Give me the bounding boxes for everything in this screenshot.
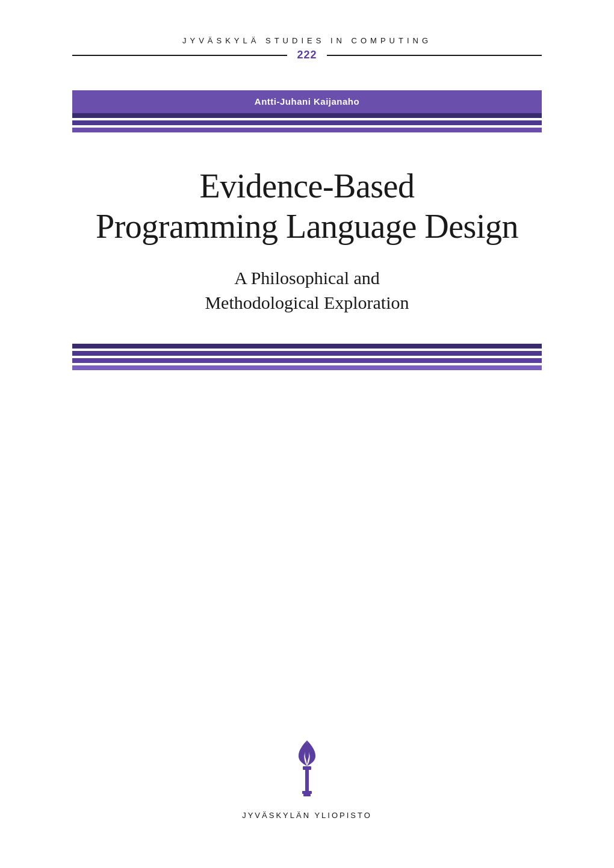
title-section: Evidence-Based Programming Language Desi… [72, 166, 542, 315]
torch-icon [283, 737, 331, 804]
bottom-stripe-2 [72, 351, 542, 356]
divider-line-right [327, 55, 542, 56]
subtitle: A Philosophical and Methodological Explo… [72, 266, 542, 315]
divider-line-left [72, 55, 287, 56]
stripe-2 [72, 120, 542, 125]
stripe-1 [72, 113, 542, 118]
subtitle-line2: Methodological Exploration [205, 293, 409, 312]
bottom-stripes [72, 344, 542, 370]
logo-section: JYVÄSKYLÄN YLIOPISTO [0, 737, 614, 820]
page: JYVÄSKYLÄ STUDIES IN COMPUTING 222 Antti… [0, 0, 614, 868]
header-section: JYVÄSKYLÄ STUDIES IN COMPUTING 222 [72, 36, 542, 61]
bottom-stripe-3 [72, 358, 542, 363]
series-number: 222 [287, 49, 326, 61]
svg-rect-1 [305, 770, 309, 791]
university-name: JYVÄSKYLÄN YLIOPISTO [242, 811, 372, 820]
svg-rect-2 [302, 791, 312, 794]
bottom-stripe-1 [72, 344, 542, 349]
subtitle-line1: A Philosophical and [234, 268, 380, 288]
main-title: Evidence-Based Programming Language Desi… [72, 166, 542, 247]
series-title: JYVÄSKYLÄ STUDIES IN COMPUTING [72, 36, 542, 45]
bottom-stripe-4 [72, 365, 542, 370]
author-bar: Antti-Juhani Kaijanaho [72, 90, 542, 113]
author-stripes [72, 113, 542, 132]
svg-rect-0 [303, 766, 311, 770]
stripe-3 [72, 128, 542, 132]
author-section: Antti-Juhani Kaijanaho [72, 90, 542, 132]
logo-container: JYVÄSKYLÄN YLIOPISTO [242, 737, 372, 820]
main-title-line2: Programming Language Design [96, 208, 518, 245]
author-name: Antti-Juhani Kaijanaho [255, 96, 359, 107]
main-title-line1: Evidence-Based [200, 167, 415, 205]
svg-rect-3 [303, 794, 311, 796]
series-divider-row: 222 [72, 49, 542, 61]
